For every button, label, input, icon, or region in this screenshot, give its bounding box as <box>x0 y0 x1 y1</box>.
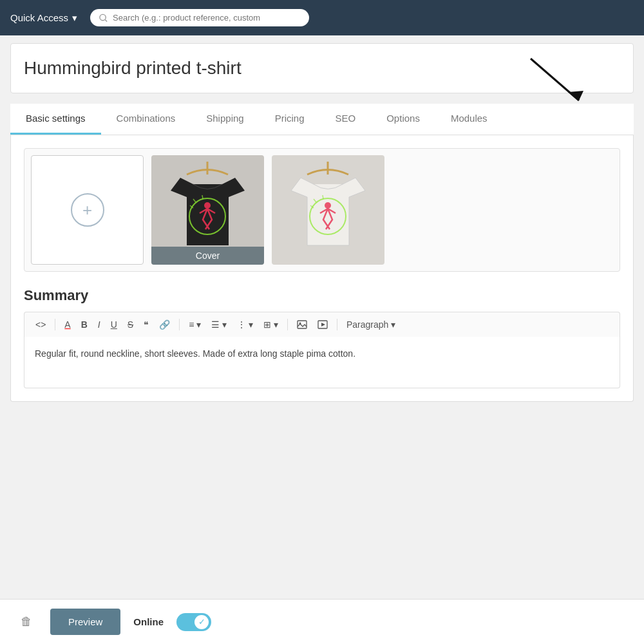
svg-point-7 <box>204 202 211 209</box>
toolbar-italic-btn[interactable]: I <box>95 317 104 332</box>
toolbar-divider-4 <box>337 319 337 330</box>
quick-access-menu[interactable]: Quick Access ▾ <box>10 12 77 24</box>
dropdown-arrow-icon: ▾ <box>72 12 77 24</box>
toolbar-underline-btn[interactable]: U <box>108 317 120 332</box>
top-bar: Quick Access ▾ <box>0 0 644 35</box>
toolbar-code-btn[interactable]: <> <box>32 317 49 332</box>
toolbar-paragraph-btn[interactable]: Paragraph ▾ <box>343 317 399 332</box>
product-title-input[interactable] <box>24 58 620 79</box>
summary-title: Summary <box>24 287 620 304</box>
online-toggle[interactable]: ✓ <box>176 613 211 631</box>
tab-modules[interactable]: Modules <box>435 104 503 135</box>
svg-marker-21 <box>321 323 325 327</box>
toolbar-align-btn[interactable]: ≡ ▾ <box>185 317 204 332</box>
toolbar-list-ul-btn[interactable]: ☰ ▾ <box>208 317 230 332</box>
editor-toolbar: <> A B I U S <box>24 312 620 337</box>
toolbar-strikethrough-btn[interactable]: S <box>124 317 137 332</box>
tabs-container: Basic settings Combinations Shipping Pri… <box>10 104 634 135</box>
bottom-bar: 🗑 Preview Online ✓ <box>0 599 644 644</box>
tab-options[interactable]: Options <box>371 104 435 135</box>
svg-point-0 <box>100 14 106 20</box>
toggle-knob: ✓ <box>194 615 209 629</box>
toolbar-divider-1 <box>55 319 55 330</box>
tab-pricing[interactable]: Pricing <box>260 104 320 135</box>
product-image-1[interactable]: Cover <box>151 155 264 265</box>
toolbar-divider-2 <box>179 319 180 330</box>
tab-basic-settings[interactable]: Basic settings <box>10 104 101 135</box>
product-image-2[interactable] <box>272 155 384 265</box>
tab-combinations[interactable]: Combinations <box>101 104 191 135</box>
search-icon <box>99 14 108 23</box>
toolbar-image-btn[interactable] <box>294 317 310 332</box>
toolbar-bold-btn[interactable]: B <box>78 317 91 332</box>
toolbar-media-btn[interactable] <box>314 317 331 332</box>
tab-area: Basic settings Combinations Shipping Pri… <box>10 104 634 402</box>
add-icon: + <box>71 193 104 227</box>
delete-button[interactable]: 🗑 <box>15 610 37 634</box>
svg-line-1 <box>105 19 107 21</box>
toolbar-font-color-btn[interactable]: A <box>61 317 73 332</box>
summary-section: Summary <> A B I <box>24 287 620 388</box>
tab-shipping[interactable]: Shipping <box>191 104 259 135</box>
editor-content[interactable]: Regular fit, round neckline, short sleev… <box>24 337 620 388</box>
svg-line-17 <box>323 195 323 199</box>
svg-line-10 <box>202 195 203 199</box>
image-icon <box>297 319 307 330</box>
tab-seo[interactable]: SEO <box>320 104 372 135</box>
basic-settings-card: + <box>10 135 634 402</box>
preview-button[interactable]: Preview <box>50 609 120 635</box>
cover-label: Cover <box>151 247 264 265</box>
quick-access-label: Quick Access <box>10 12 68 23</box>
search-input[interactable] <box>113 13 300 23</box>
images-section: + <box>24 148 620 272</box>
media-icon <box>317 319 328 330</box>
toolbar-list-ol-btn[interactable]: ⋮ ▾ <box>234 317 256 332</box>
svg-point-14 <box>325 202 331 209</box>
online-label: Online <box>133 616 164 627</box>
search-bar[interactable] <box>90 9 309 26</box>
toolbar-link-btn[interactable]: 🔗 <box>156 317 173 332</box>
trash-icon: 🗑 <box>21 615 32 628</box>
main-content: Basic settings Combinations Shipping Pri… <box>0 35 644 410</box>
toolbar-quote-btn[interactable]: ❝ <box>140 317 152 332</box>
add-image-button[interactable]: + <box>31 155 144 265</box>
toolbar-table-btn[interactable]: ⊞ ▾ <box>260 317 281 332</box>
product-title-box <box>10 43 634 93</box>
toolbar-divider-3 <box>287 319 288 330</box>
